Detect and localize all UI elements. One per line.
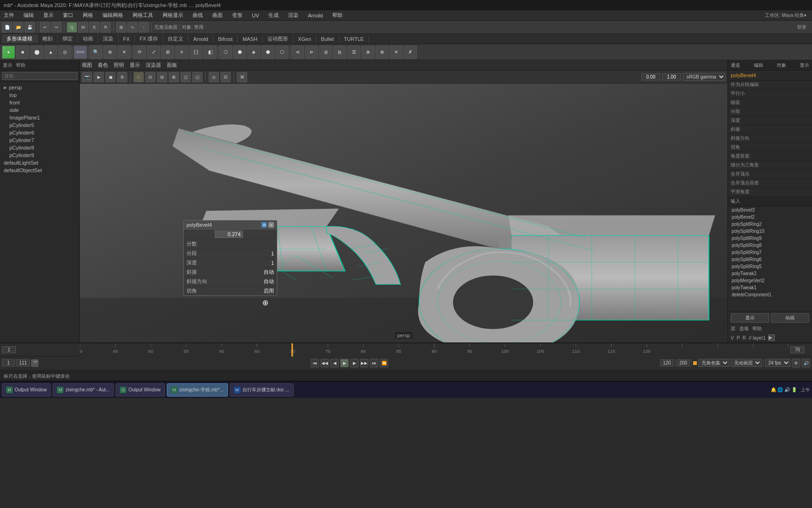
rp-input-polybevel3[interactable]: polyBevel3 bbox=[728, 206, 812, 214]
menu-edit[interactable]: 编辑 bbox=[22, 11, 36, 20]
snap-point-btn[interactable]: ◦ bbox=[139, 22, 149, 32]
playback-current-input[interactable] bbox=[16, 359, 30, 366]
gamma-selector[interactable]: sRGB gamma bbox=[683, 73, 726, 81]
view-btn-3[interactable]: ◼ bbox=[105, 72, 116, 82]
shelf-tab-rig[interactable]: 绑定 bbox=[58, 34, 78, 43]
bevel-popup-dialog[interactable]: polyBevel4 ⚙ × 分数 分段 1 bbox=[183, 220, 277, 296]
shelf-tab-sculpt[interactable]: 雕刻 bbox=[38, 34, 58, 43]
shelf-icon-10[interactable]: ✕ bbox=[117, 46, 131, 59]
playback-end-input[interactable] bbox=[660, 359, 673, 366]
menu-render[interactable]: 渲染 bbox=[286, 11, 300, 20]
tree-item-top[interactable]: top bbox=[0, 91, 79, 99]
coord-x-input[interactable] bbox=[641, 73, 660, 80]
shelf-cylinder[interactable]: ⬤ bbox=[30, 46, 43, 59]
taskbar-btn-4[interactable]: M zixingche-学校.mb*... bbox=[167, 383, 228, 397]
rp-help-label[interactable]: 帮助 bbox=[752, 325, 762, 332]
rp-input-polysplitring7[interactable]: polySplitRing7 bbox=[728, 249, 812, 256]
view-menu-lighting[interactable]: 照明 bbox=[114, 62, 124, 69]
shelf-tab-custom[interactable]: 自定义 bbox=[163, 34, 188, 43]
play-reverse-btn[interactable]: ⏪ bbox=[380, 359, 388, 367]
tree-item-cyl9[interactable]: pCylinder9 bbox=[0, 151, 79, 159]
rp-input-polysplitring6[interactable]: polySplitRing6 bbox=[728, 256, 812, 263]
shelf-icon-29[interactable]: ✕ bbox=[390, 46, 403, 59]
view-menu-shading[interactable]: 着色 bbox=[98, 62, 108, 69]
shelf-icon-21[interactable]: ⬠ bbox=[275, 46, 289, 59]
rp-channel-btn[interactable]: 通道 bbox=[731, 62, 740, 69]
rp-edit-btn[interactable]: 编辑 bbox=[754, 62, 763, 69]
timeline-area[interactable]: 40 45 50 55 60 65 70 75 80 85 90 95 100 … bbox=[0, 343, 812, 356]
shelf-icon-30[interactable]: ✗ bbox=[404, 46, 417, 59]
shelf-icon-17[interactable]: ⬡ bbox=[219, 46, 232, 59]
view-mode-4[interactable]: ⊠ bbox=[169, 72, 179, 82]
view-menu-show[interactable]: 显示 bbox=[130, 62, 140, 69]
tree-item-front[interactable]: front bbox=[0, 99, 79, 106]
shelf-icon-19[interactable]: ◈ bbox=[247, 46, 260, 59]
shelf-svg[interactable]: SVG bbox=[74, 46, 87, 59]
shelf-tab-fxcache[interactable]: FX 缓存 bbox=[135, 34, 163, 43]
scale-btn[interactable]: R bbox=[101, 22, 111, 32]
menu-deform[interactable]: 变形 bbox=[230, 11, 244, 20]
timeline-start-input[interactable] bbox=[2, 346, 16, 353]
menu-editmesh[interactable]: 编辑网格 bbox=[101, 11, 125, 20]
shelf-tab-mograph[interactable]: 运动图形 bbox=[263, 34, 293, 43]
new-scene-btn[interactable]: 📄 bbox=[2, 22, 12, 32]
shelf-icon-15[interactable]: ⟦⟧ bbox=[189, 46, 203, 59]
panel-help-btn[interactable]: 帮助 bbox=[16, 62, 25, 69]
shelf-icon-12[interactable]: ⤢ bbox=[147, 46, 160, 59]
popup-settings-btn[interactable]: ⚙ bbox=[261, 222, 267, 228]
menu-uv[interactable]: UV bbox=[250, 12, 261, 19]
scene-search-input[interactable] bbox=[2, 72, 78, 80]
shelf-cone[interactable]: ▲ bbox=[44, 46, 57, 59]
prev-frame-btn[interactable]: ◀ bbox=[330, 359, 339, 367]
tree-item-cyl5[interactable]: pCylinder5 bbox=[0, 121, 79, 129]
shelf-tab-fx[interactable]: FX bbox=[118, 35, 135, 43]
shelf-tab-modeling[interactable]: 多形体建模 bbox=[2, 34, 38, 43]
shelf-torus[interactable]: ◎ bbox=[58, 46, 71, 59]
workspace-selector[interactable]: 工作区: Maya 经典▾ bbox=[765, 12, 806, 19]
rp-tab-anim[interactable]: 动画 bbox=[771, 313, 810, 323]
playback-start-input[interactable] bbox=[2, 359, 15, 366]
rp-display-btn[interactable]: 显示 bbox=[800, 62, 809, 69]
fps-selector[interactable]: 24 fps bbox=[765, 359, 790, 367]
shelf-tab-turtle[interactable]: TURTLE bbox=[339, 35, 369, 43]
coord-y-input[interactable] bbox=[662, 73, 681, 80]
char-set-selector[interactable]: 无角色集 bbox=[698, 359, 729, 367]
playback-range-end-input[interactable] bbox=[677, 359, 690, 366]
prev-keyframe-btn[interactable]: ◀◀ bbox=[320, 359, 329, 367]
taskbar-btn-2[interactable]: M zixingche.mb* - Aut... bbox=[53, 383, 114, 397]
tree-item-side[interactable]: side bbox=[0, 106, 79, 114]
tree-item-lightset[interactable]: defaultLightSet bbox=[0, 159, 79, 167]
view-mode-1[interactable]: □ bbox=[133, 72, 144, 82]
view-menu-renderer[interactable]: 渲染器 bbox=[146, 62, 161, 69]
redo-btn[interactable]: ↪ bbox=[51, 22, 62, 32]
rp-input-polytweak2[interactable]: polyTweak2 bbox=[728, 270, 812, 277]
shelf-tab-anim[interactable]: 动画 bbox=[78, 34, 98, 43]
shelf-sphere[interactable]: ● bbox=[2, 46, 15, 59]
view-mode-3[interactable]: ⊞ bbox=[157, 72, 167, 82]
rp-input-polysplitring2[interactable]: polySplitRing2 bbox=[728, 221, 812, 228]
shelf-tab-render[interactable]: 渲染 bbox=[98, 34, 118, 43]
tree-item-objset[interactable]: defaultObjectSet bbox=[0, 167, 79, 174]
shelf-icon-28[interactable]: ⊗ bbox=[375, 46, 389, 59]
shelf-icon-11[interactable]: ⟳ bbox=[133, 46, 146, 59]
menu-surface[interactable]: 曲面 bbox=[211, 11, 225, 20]
menu-create[interactable]: 生成 bbox=[266, 11, 281, 20]
tree-item-cyl7[interactable]: pCylinder7 bbox=[0, 136, 79, 144]
shelf-icon-24[interactable]: ⊴ bbox=[319, 46, 332, 59]
taskbar-btn-5[interactable]: W 自行车步骤文献.doc ... bbox=[230, 383, 294, 397]
next-frame-btn[interactable]: ▶ bbox=[350, 359, 359, 367]
view-menu-view[interactable]: 视图 bbox=[82, 62, 92, 69]
rp-layer-label[interactable]: 层 bbox=[731, 325, 735, 332]
view-mode-6[interactable]: ◱ bbox=[192, 72, 203, 82]
select-btn[interactable]: Q bbox=[67, 22, 77, 32]
poly-count-btn[interactable]: ⌘ bbox=[237, 72, 247, 82]
rp-input-polysplitring9[interactable]: polySplitRing9 bbox=[728, 235, 812, 242]
shelf-icon-9[interactable]: ⊕ bbox=[103, 46, 117, 59]
sound-btn[interactable]: 🔊 bbox=[802, 359, 810, 367]
play-btn[interactable]: ▶ bbox=[340, 359, 349, 367]
taskbar-btn-3[interactable]: O Output Window bbox=[116, 383, 164, 397]
rp-input-polysplitring8[interactable]: polySplitRing8 bbox=[728, 242, 812, 249]
camera-btn[interactable]: 📷 bbox=[82, 72, 92, 82]
menu-help[interactable]: 帮助 bbox=[330, 11, 344, 20]
shelf-icon-13[interactable]: ⊞ bbox=[161, 46, 174, 59]
